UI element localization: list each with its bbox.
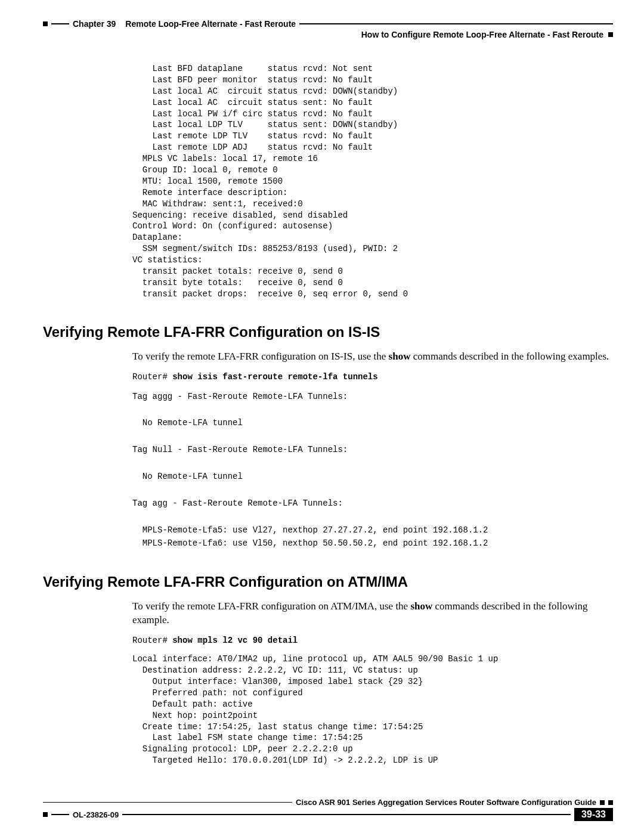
footer-guide-title: Cisco ASR 901 Series Aggregation Service… <box>296 798 596 807</box>
chapter-number: Chapter 39 <box>73 19 116 29</box>
command-text-2: show mpls l2 vc 90 detail <box>172 636 298 645</box>
prompt-2: Router# <box>132 636 172 645</box>
intro-bold-show-2: show <box>410 600 432 612</box>
sub-header-square-icon <box>608 32 613 37</box>
intro-text-pre-2: To verify the remote LFA-FRR configurati… <box>132 600 410 612</box>
footer-doc-number: OL-23826-09 <box>73 810 119 819</box>
section1-command: Router# show isis fast-reroute remote-lf… <box>132 372 613 382</box>
footer-bottom-row: OL-23826-09 39-33 <box>43 808 613 821</box>
sub-header-text: How to Configure Remote Loop-Free Altern… <box>361 30 603 39</box>
page-number: 39-33 <box>574 808 613 821</box>
section-title-atm: Verifying Remote LFA-FRR Configuration o… <box>43 574 613 590</box>
header-rule-short <box>51 23 69 24</box>
footer-square-icon-2 <box>608 800 613 805</box>
header-rule <box>299 23 613 24</box>
command-text: show isis fast-reroute remote-lfa tunnel… <box>172 372 377 382</box>
footer-rule-short <box>51 814 69 815</box>
intro-text-post: commands described in the following exam… <box>410 351 609 362</box>
footer-top-row: Cisco ASR 901 Series Aggregation Service… <box>43 798 613 807</box>
header-square-icon <box>43 21 48 26</box>
footer-rule-top <box>43 802 292 803</box>
footer-square-icon-3 <box>43 812 48 817</box>
intro-bold-show: show <box>389 351 411 362</box>
sub-header: How to Configure Remote Loop-Free Altern… <box>43 30 613 39</box>
chapter-title: Remote Loop-Free Alternate - Fast Rerout… <box>125 19 296 29</box>
section-title-isis: Verifying Remote LFA-FRR Configuration o… <box>43 324 613 340</box>
section1-output: Tag aggg - Fast-Reroute Remote-LFA Tunne… <box>132 390 613 550</box>
status-output-block: Last BFD dataplane status rcvd: Not sent… <box>132 63 613 300</box>
page-footer: Cisco ASR 901 Series Aggregation Service… <box>43 798 613 821</box>
header-line: Chapter 39 Remote Loop-Free Alternate - … <box>43 19 613 29</box>
section2-intro: To verify the remote LFA-FRR configurati… <box>132 600 613 627</box>
section2-output: Local interface: AT0/IMA2 up, line proto… <box>132 654 613 766</box>
intro-text-pre: To verify the remote LFA-FRR configurati… <box>132 351 389 362</box>
prompt: Router# <box>132 372 172 382</box>
footer-square-icon-1 <box>600 800 605 805</box>
footer-rule-bottom <box>122 814 571 815</box>
document-page: Chapter 39 Remote Loop-Free Alternate - … <box>0 0 644 833</box>
section2-command: Router# show mpls l2 vc 90 detail <box>132 636 613 645</box>
section1-intro: To verify the remote LFA-FRR configurati… <box>132 350 613 364</box>
